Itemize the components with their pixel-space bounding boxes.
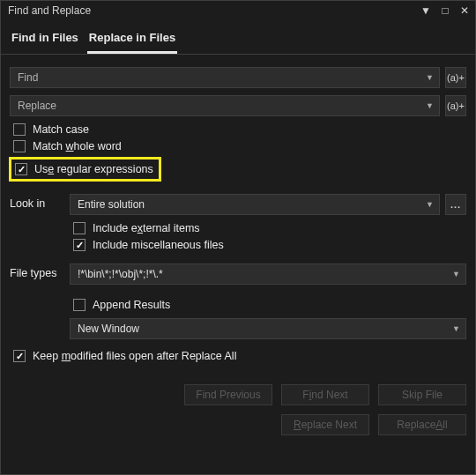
replace-all-button[interactable]: Replace All — [378, 414, 466, 435]
skip-file-button[interactable]: Skip File — [378, 384, 466, 405]
filetypes-input[interactable]: !*\bin\*;!*\obj\*;!*\.* ▼ — [70, 263, 466, 285]
keep-open-label: Keep modified files open after Replace A… — [33, 350, 236, 362]
find-previous-button[interactable]: Find Previous — [184, 384, 272, 405]
find-input[interactable]: Find ▼ — [10, 67, 440, 88]
misc-files-row: Include miscellaneous files — [73, 239, 466, 251]
result-window-dropdown[interactable]: New Window ▼ — [70, 318, 466, 339]
tab-bar: Find in Files Replace in Files — [1, 20, 475, 55]
find-next-button[interactable]: Find Next — [281, 384, 369, 405]
external-items-row: Include external items — [73, 222, 466, 234]
lookin-label: Look in — [10, 194, 61, 215]
find-placeholder: Find — [18, 71, 38, 84]
whole-word-checkbox[interactable] — [13, 140, 26, 152]
match-case-checkbox[interactable] — [13, 123, 26, 136]
filetypes-label: File types — [10, 263, 61, 285]
chevron-down-icon[interactable]: ▼ — [426, 200, 434, 209]
filetypes-value: !*\bin\*;!*\obj\*;!*\.* — [78, 268, 163, 280]
append-results-checkbox[interactable] — [73, 299, 86, 311]
browse-button[interactable]: ... — [445, 194, 466, 215]
titlebar: Find and Replace ▼ □ ✕ — [1, 1, 475, 20]
close-icon[interactable]: ✕ — [457, 4, 472, 18]
append-results-label: Append Results — [93, 299, 170, 311]
append-results-row: Append Results — [73, 299, 466, 311]
replace-input[interactable]: Replace ▼ — [10, 95, 440, 116]
result-window-value: New Window — [78, 323, 139, 335]
dropdown-icon[interactable]: ▼ — [419, 4, 433, 18]
replace-placeholder: Replace — [18, 100, 56, 112]
regex-helper-find-button[interactable]: (a)+ — [445, 67, 466, 88]
chevron-down-icon[interactable]: ▼ — [452, 270, 460, 278]
external-items-checkbox[interactable] — [73, 222, 86, 234]
tab-find-in-files[interactable]: Find in Files — [10, 26, 80, 54]
external-items-label: Include external items — [93, 222, 200, 234]
chevron-down-icon[interactable]: ▼ — [452, 324, 460, 333]
find-replace-window: Find and Replace ▼ □ ✕ Find in Files Rep… — [0, 0, 476, 475]
lookin-value: Entire solution — [78, 198, 145, 211]
regex-highlight: Use regular expressions — [9, 157, 161, 182]
use-regex-label: Use regular expressions — [34, 163, 153, 175]
chevron-down-icon[interactable]: ▼ — [426, 73, 434, 82]
keep-open-checkbox[interactable] — [13, 350, 26, 362]
window-title: Find and Replace — [8, 4, 91, 17]
whole-word-label: Match whole word — [33, 140, 122, 152]
regex-helper-replace-button[interactable]: (a)+ — [445, 95, 466, 116]
lookin-dropdown[interactable]: Entire solution ▼ — [70, 194, 440, 215]
match-case-label: Match case — [33, 123, 89, 136]
misc-files-label: Include miscellaneous files — [93, 239, 224, 251]
match-case-row: Match case — [13, 123, 466, 136]
use-regex-checkbox[interactable] — [15, 163, 27, 175]
keep-open-row: Keep modified files open after Replace A… — [13, 350, 466, 362]
maximize-icon[interactable]: □ — [438, 4, 452, 18]
tab-replace-in-files[interactable]: Replace in Files — [87, 26, 177, 54]
whole-word-row: Match whole word — [13, 140, 466, 152]
chevron-down-icon[interactable]: ▼ — [426, 101, 434, 110]
replace-next-button[interactable]: Replace Next — [281, 414, 369, 435]
misc-files-checkbox[interactable] — [73, 239, 86, 251]
